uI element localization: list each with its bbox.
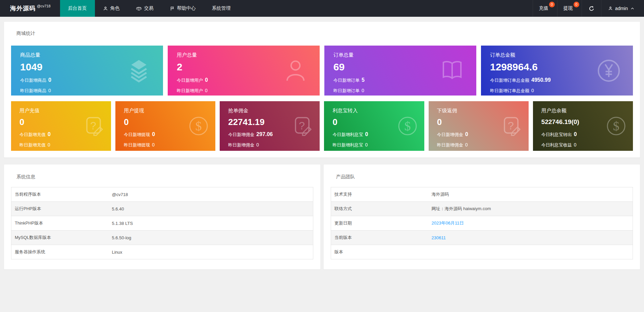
stat-line-value: 0 [48,77,51,83]
system-info-title: 系统信息 [16,174,313,180]
navbar: 海外源码 @cv718 后台首页 角色 交易 帮助中心 系统管理 充值 0 提现… [0,0,644,17]
table-row: 当前程序版本 @cv718 [11,187,313,202]
system-info-panel: 系统信息 当前程序版本 @cv718 运行PHP版本 5.6.40 ThinkP… [4,165,320,269]
stat-title: 下级返佣 [437,108,522,114]
product-team-panel: 产品团队 技术支持 海外源码 联络方式 网址：海外源码 haiwaiym.com… [324,165,640,269]
user-icon [608,6,613,11]
stat-title: 用户提现 [124,108,209,114]
withdraw-button[interactable]: 提现 0 [557,0,582,17]
stat-line-label: 昨日新增充值 [19,142,46,148]
stat-line-label: 昨日新增提现 [124,142,150,148]
stat-card-user-balance: 用户总余额 522746.19(0) 今日利息宝转出 0 今日利息宝收益 0 [533,101,633,151]
stat-line-label: 昨日新增佣金 [228,142,254,148]
stat-line-value: 0 [48,88,51,93]
stat-title: 利息宝转入 [332,108,417,114]
stat-line-label: 今日新增订单 [333,77,360,83]
stat-line-yesterday: 昨日新增佣金 0 [437,142,522,148]
stat-line-label: 今日新增充值 [19,132,46,138]
table-row: ThinkPHP版本 5.1.38 LTS [11,216,313,231]
brand-version: @cv718 [37,4,51,8]
stats-panel-title: 商城统计 [16,30,633,37]
info-value: 海外源码 [428,187,633,202]
table-row: MySQL数据库版本 5.6.50-log [11,231,313,245]
stat-title: 订单总金额 [490,52,626,58]
menu-item-label: 系统管理 [212,5,231,11]
info-value: Linux [109,245,313,259]
stat-line-label: 今日新增订单总金额 [490,77,529,83]
stat-line-yesterday: 昨日新增佣金 0 [228,142,313,148]
stat-title: 用户充值 [19,108,104,114]
stat-line-value: 0 [48,142,50,147]
stat-line-value: 4950.99 [531,77,551,83]
stat-card-grab-commission: 抢单佣金 22741.19 今日新增佣金 297.06 昨日新增佣金 0 [220,101,320,151]
stat-title: 用户总量 [177,52,313,58]
product-team-title: 产品团队 [336,174,633,180]
main-menu: 后台首页 角色 交易 帮助中心 系统管理 [60,0,239,17]
navbar-right: 充值 0 提现 0 admin [533,0,639,17]
table-row: 运行PHP版本 5.6.40 [11,202,313,216]
stat-line-value: 0 [365,142,368,147]
stat-line-value: 297.06 [256,131,273,137]
stat-line-value: 0 [365,131,368,137]
stat-line-yesterday: 昨日新增订单总金额 0 [490,88,626,94]
user-icon [103,6,108,11]
stat-title: 用户总余额 [541,108,626,114]
info-value: 5.1.38 LTS [109,216,313,231]
help-edit-icon [84,115,105,137]
stat-line-yesterday: 昨日新增订单 0 [333,88,470,94]
info-value: 网址：海外源码 haiwaiym.com [428,202,633,216]
stat-line-label: 昨日新增订单 [333,88,360,94]
stat-line-label: 今日新增利息宝 [332,132,363,138]
stat-line-value: 0 [574,142,577,147]
stat-card-sub-rebate: 下级返佣 0 今日新增佣金 0 昨日新增佣金 0 [429,101,529,151]
menu-item-dashboard[interactable]: 后台首页 [60,0,95,17]
menu-item-label: 帮助中心 [177,5,196,11]
stat-line-label: 今日利息宝收益 [541,142,572,148]
stat-title: 订单总量 [333,52,470,58]
user-menu[interactable]: admin [601,0,639,17]
flag-icon [170,6,175,11]
info-label: 当前程序版本 [11,187,109,202]
recharge-button[interactable]: 充值 0 [533,0,557,17]
stat-line-label: 今日新增商品 [20,77,46,83]
stat-line-value: 0 [48,131,51,137]
dollar-circle-icon [397,115,418,137]
stat-line-label: 今日利息宝转出 [541,132,572,138]
stat-card-order-total: 订单总量 69 今日新增订单 5 昨日新增订单 0 [324,46,476,96]
info-label: 当前版本 [331,231,428,245]
menu-item-trade[interactable]: 交易 [128,0,162,17]
stat-line-label: 今日新增佣金 [437,132,463,138]
current-version-link[interactable]: 230611 [432,235,446,240]
stat-line-label: 昨日新增用户 [177,88,203,94]
recharge-badge: 0 [549,2,555,7]
layers-icon [126,58,152,83]
brand-logo[interactable]: 海外源码 @cv718 [0,0,60,17]
refresh-button[interactable] [582,0,601,17]
info-label: 联络方式 [331,202,428,216]
table-row: 服务器操作系统 Linux [11,245,313,259]
info-label: 运行PHP版本 [11,202,109,216]
stat-line-value: 0 [152,142,155,147]
brand-name: 海外源码 [10,4,36,12]
stat-line-label: 今日新增佣金 [228,132,254,138]
withdraw-badge: 0 [574,2,579,7]
info-value: 5.6.40 [109,202,313,216]
stat-line-label: 昨日新增佣金 [437,142,463,148]
stat-card-product-total: 商品总量 1049 今日新增商品 0 昨日新增商品 0 [11,46,163,96]
stat-line-yesterday: 昨日新增商品 0 [20,88,156,94]
system-info-table: 当前程序版本 @cv718 运行PHP版本 5.6.40 ThinkPHP版本 … [11,187,313,259]
chevron-up-icon [630,6,635,11]
person-icon [283,58,308,83]
menu-item-help-center[interactable]: 帮助中心 [162,0,204,17]
book-icon [439,58,465,83]
info-value: @cv718 [109,187,313,202]
update-date-link[interactable]: 2023年06月11日 [432,221,464,226]
product-team-table: 技术支持 海外源码 联络方式 网址：海外源码 haiwaiym.com 更新日期… [331,187,633,259]
menu-item-system[interactable]: 系统管理 [204,0,239,17]
help-edit-icon [292,115,314,137]
stat-line-label: 昨日新增利息宝 [332,142,363,148]
stat-line-value: 0 [205,77,208,83]
withdraw-label: 提现 [564,5,573,11]
stat-line-value: 0 [574,131,577,137]
menu-item-roles[interactable]: 角色 [95,0,128,17]
